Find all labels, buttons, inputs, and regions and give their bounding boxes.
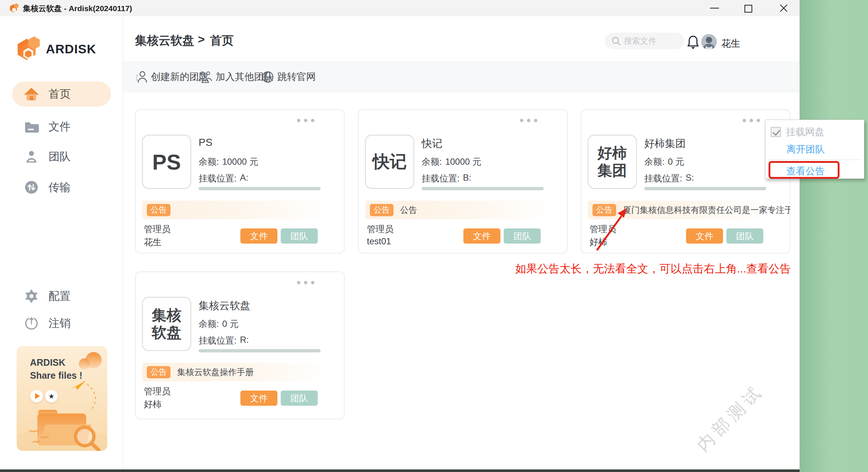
team-button[interactable]: 团队: [281, 391, 318, 406]
team-card-kuaiji: 快记 快记 余额: 10000 元 挂载位置: B: 公告 公告 管理员 tes…: [358, 109, 568, 254]
balance-value: 10000 元: [222, 156, 258, 168]
admin-label: 管理员: [367, 223, 394, 235]
balance-label: 余额:: [199, 318, 219, 330]
announcement-text: 集核云软盘操作手册: [177, 366, 254, 378]
balance-line: 余额: 0 元: [644, 156, 684, 168]
search-input[interactable]: [624, 36, 679, 46]
logout-icon: [23, 315, 40, 331]
team-name: 好柿集团: [644, 137, 686, 151]
announcement-row: 公告: [142, 201, 345, 219]
storage-progress-bar: [199, 187, 321, 190]
close-button[interactable]: [772, 0, 794, 16]
tile-text: 软盘: [152, 324, 182, 341]
sidebar-item-files[interactable]: 文件: [12, 114, 111, 139]
search-box[interactable]: [605, 33, 684, 49]
leave-team-option[interactable]: 离开团队: [786, 143, 825, 156]
admin-name: test01: [367, 236, 391, 247]
announcement-text: 厦门集核信息科技有限责任公司是一家专注于: [623, 204, 790, 216]
app-logo-icon: [9, 3, 19, 13]
balance-value: 0 元: [668, 156, 684, 168]
minimize-button[interactable]: [703, 0, 726, 16]
mount-option-label: 挂载网盘: [786, 125, 824, 138]
announcement-badge: 公告: [370, 204, 394, 216]
team-button[interactable]: 团队: [281, 228, 318, 244]
tile-text: PS: [152, 150, 181, 174]
card-menu-icon[interactable]: [743, 119, 760, 122]
admin-label: 管理员: [144, 385, 170, 397]
announcement-badge: 公告: [147, 204, 170, 216]
card-menu-icon[interactable]: [297, 119, 314, 122]
username[interactable]: 花生: [721, 37, 740, 50]
open-website-button[interactable]: 跳转官网: [261, 61, 316, 93]
breadcrumb-current: 首页: [210, 33, 234, 49]
watermark: 内部测试: [690, 377, 771, 459]
announcement-text: 公告: [400, 204, 417, 216]
card-menu-icon[interactable]: [297, 281, 314, 284]
files-button[interactable]: 文件: [463, 228, 500, 244]
gear-icon: [23, 288, 40, 304]
breadcrumb-separator: >: [198, 33, 205, 49]
sidebar-item-label: 传输: [48, 180, 71, 195]
star-icon[interactable]: ★: [45, 390, 58, 402]
storage-progress-bar: [199, 349, 321, 352]
team-name: 集核云软盘: [199, 299, 250, 313]
balance-line: 余额: 10000 元: [199, 156, 258, 168]
team-card-ps: PS PS 余额: 10000 元 挂载位置: A: 公告 管理员 花生 文件 …: [135, 109, 345, 254]
mount-line: 挂载位置: S:: [644, 173, 694, 184]
promo-card[interactable]: ARDISK Share files ! ★: [17, 346, 107, 451]
mount-value: B:: [463, 173, 472, 184]
action-bar: 创建新的团队 加入其他团队 跳转官网: [123, 61, 800, 93]
tile-text: 好柿: [598, 144, 627, 162]
group-icon: [198, 70, 213, 84]
announcement-row: 公告 集核云软盘操作手册: [142, 363, 345, 381]
mount-option[interactable]: 挂载网盘: [771, 125, 824, 138]
team-tile: 集核 软盘: [142, 297, 191, 351]
team-tile: 好柿 集团: [588, 135, 637, 189]
checkbox-checked-icon[interactable]: [771, 127, 781, 137]
notification-bell-icon[interactable]: [686, 35, 700, 50]
sidebar-item-logout[interactable]: 注销: [12, 311, 111, 336]
sidebar-item-label: 团队: [48, 149, 71, 164]
breadcrumb-root[interactable]: 集核云软盘: [135, 33, 194, 49]
team-name: 快记: [422, 137, 442, 151]
sidebar-item-team[interactable]: 团队: [12, 144, 111, 169]
sidebar-item-home[interactable]: 首页: [12, 81, 111, 107]
card-menu-icon[interactable]: [520, 119, 537, 122]
view-announcement-option[interactable]: 查看公告: [786, 165, 825, 178]
promo-title: ARDISK: [30, 357, 65, 368]
team-button[interactable]: 团队: [726, 228, 763, 244]
files-button[interactable]: 文件: [240, 391, 277, 406]
bottom-edge-strip: [0, 469, 800, 472]
window-title: 集核云软盘 - Ardisk(20240117): [23, 3, 132, 14]
transfer-icon: [23, 179, 40, 195]
team-button[interactable]: 团队: [504, 228, 541, 244]
mount-value: S:: [686, 173, 694, 184]
balance-line: 余额: 10000 元: [422, 156, 481, 168]
brand: ARDISK: [16, 35, 96, 63]
balance-line: 余额: 0 元: [199, 318, 239, 330]
breadcrumb: 集核云软盘 > 首页: [135, 33, 234, 49]
mount-line: 挂载位置: B:: [422, 173, 471, 184]
annotation-text: 如果公告太长，无法看全文，可以点击右上角...查看公告: [515, 261, 791, 277]
team-tile: 快记: [365, 135, 414, 189]
files-button[interactable]: 文件: [686, 228, 723, 244]
sidebar: ARDISK 首页 文件: [0, 16, 123, 469]
announcement-badge: 公告: [147, 366, 170, 378]
titlebar: 集核云软盘 - Ardisk(20240117): [0, 0, 800, 16]
globe-icon: [261, 70, 274, 84]
maximize-button[interactable]: [737, 0, 759, 16]
avatar[interactable]: [701, 34, 717, 50]
files-button[interactable]: 文件: [240, 228, 277, 244]
team-tile: PS: [142, 135, 191, 189]
storage-progress-bar: [422, 187, 544, 190]
announcement-row: 公告 公告: [365, 201, 568, 219]
desktop-backdrop: [800, 0, 868, 472]
sidebar-item-settings[interactable]: 配置: [12, 284, 111, 309]
play-icon[interactable]: [30, 390, 43, 402]
promo-subtitle: Share files !: [30, 370, 82, 381]
sidebar-item-transfer[interactable]: 传输: [12, 175, 111, 200]
annotation-arrow: [592, 207, 632, 253]
mount-line: 挂载位置: R:: [199, 335, 249, 347]
mount-line: 挂载位置: A:: [199, 173, 248, 184]
admin-label: 管理员: [144, 223, 170, 235]
